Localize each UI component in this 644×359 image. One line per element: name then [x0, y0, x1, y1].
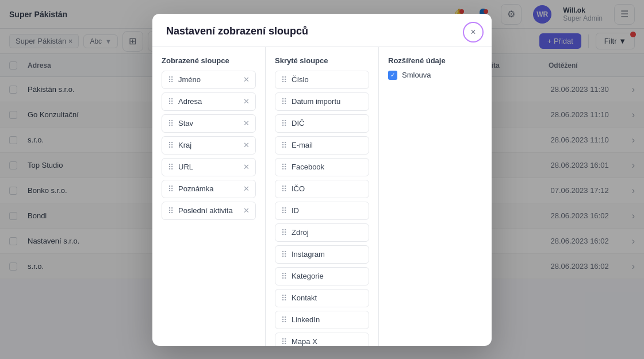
- drag-handle-icon: ⠿: [168, 97, 174, 106]
- checkbox-smlouva[interactable]: ✓: [388, 71, 397, 80]
- displayed-col-url[interactable]: ⠿ URL ✕: [162, 158, 256, 176]
- drag-handle-icon: ⠿: [168, 184, 174, 194]
- hidden-col-label: Facebook: [292, 163, 324, 171]
- displayed-col-label: Stav: [178, 119, 193, 128]
- remove-icon[interactable]: ✕: [243, 184, 250, 193]
- extended-item-smlouva[interactable]: ✓ Smlouva: [388, 71, 482, 80]
- displayed-col-label: Jméno: [178, 75, 201, 84]
- remove-icon[interactable]: ✕: [243, 141, 250, 149]
- hidden-col-label: Zdroj: [292, 228, 309, 237]
- displayed-col-jmeno[interactable]: ⠿ Jméno ✕: [162, 71, 256, 89]
- displayed-col-adresa[interactable]: ⠿ Adresa ✕: [162, 92, 256, 111]
- drag-handle-icon: ⠿: [281, 228, 287, 237]
- displayed-col-label: Poznámka: [178, 184, 213, 193]
- hidden-col-cislo[interactable]: ⠿ Číslo: [275, 71, 369, 89]
- displayed-col-label: Adresa: [178, 97, 202, 106]
- column-settings-modal: Nastavení zobrazení sloupců × Zobrazené …: [152, 14, 492, 346]
- drag-handle-icon: ⠿: [281, 294, 287, 303]
- hidden-col-label: Datum importu: [292, 97, 340, 106]
- displayed-col-label: URL: [178, 163, 193, 171]
- hidden-columns-section: Skryté sloupce ⠿ Číslo ⠿ Datum importu ⠿…: [266, 47, 379, 346]
- displayed-col-kraj[interactable]: ⠿ Kraj ✕: [162, 136, 256, 155]
- drag-handle-icon: ⠿: [281, 315, 287, 325]
- drag-handle-icon: ⠿: [281, 272, 287, 281]
- drag-handle-icon: ⠿: [281, 119, 287, 128]
- hidden-col-kategorie[interactable]: ⠿ Kategorie: [275, 267, 369, 285]
- hidden-col-label: ID: [292, 206, 299, 215]
- hidden-col-label: Kontakt: [292, 294, 317, 302]
- drag-handle-icon: ⠿: [168, 141, 174, 150]
- drag-handle-icon: ⠿: [281, 184, 287, 194]
- drag-handle-icon: ⠿: [281, 163, 287, 172]
- hidden-col-mapa-x[interactable]: ⠿ Mapa X: [275, 333, 369, 346]
- hidden-col-label: Instagram: [292, 250, 325, 258]
- remove-icon[interactable]: ✕: [243, 75, 250, 84]
- hidden-columns-title: Skryté sloupce: [275, 56, 369, 65]
- displayed-columns-section: Zobrazené sloupce ⠿ Jméno ✕ ⠿ Adresa ✕: [152, 47, 266, 346]
- drag-handle-icon: ⠿: [281, 206, 287, 215]
- modal-overlay: Nastavení zobrazení sloupců × Zobrazené …: [0, 0, 644, 359]
- remove-icon[interactable]: ✕: [243, 97, 250, 106]
- drag-handle-icon: ⠿: [281, 75, 287, 84]
- drag-handle-icon: ⠿: [168, 163, 174, 172]
- drag-handle-icon: ⠿: [168, 119, 174, 128]
- extended-info-title: Rozšířené údaje: [388, 56, 482, 65]
- hidden-col-dic[interactable]: ⠿ DIČ: [275, 114, 369, 133]
- hidden-col-label: Kategorie: [292, 272, 324, 280]
- drag-handle-icon: ⠿: [281, 97, 287, 106]
- hidden-col-datum-importu[interactable]: ⠿ Datum importu: [275, 92, 369, 111]
- drag-handle-icon: ⠿: [168, 75, 174, 84]
- drag-handle-icon: ⠿: [281, 337, 287, 346]
- displayed-col-stav[interactable]: ⠿ Stav ✕: [162, 114, 256, 133]
- remove-icon[interactable]: ✕: [243, 206, 250, 215]
- displayed-col-label: Poslední aktivita: [178, 206, 233, 215]
- hidden-col-label: E-mail: [292, 141, 313, 149]
- hidden-col-id[interactable]: ⠿ ID: [275, 202, 369, 220]
- hidden-col-email[interactable]: ⠿ E-mail: [275, 136, 369, 155]
- hidden-col-zdroj[interactable]: ⠿ Zdroj: [275, 223, 369, 242]
- hidden-col-label: DIČ: [292, 119, 304, 128]
- modal-body: Zobrazené sloupce ⠿ Jméno ✕ ⠿ Adresa ✕: [152, 47, 492, 346]
- extended-item-label: Smlouva: [402, 71, 431, 79]
- hidden-col-label: Mapa X: [292, 337, 317, 346]
- modal-title: Nastavení zobrazení sloupců: [166, 25, 478, 37]
- displayed-col-poznamka[interactable]: ⠿ Poznámka ✕: [162, 180, 256, 198]
- displayed-col-label: Kraj: [178, 141, 191, 149]
- modal-header: Nastavení zobrazení sloupců ×: [152, 14, 492, 47]
- hidden-col-label: IČO: [292, 184, 305, 193]
- drag-handle-icon: ⠿: [281, 141, 287, 150]
- close-button[interactable]: ×: [463, 22, 484, 43]
- displayed-columns-title: Zobrazené sloupce: [162, 56, 256, 65]
- hidden-col-facebook[interactable]: ⠿ Facebook: [275, 158, 369, 176]
- remove-icon[interactable]: ✕: [243, 163, 250, 171]
- hidden-col-linkedin[interactable]: ⠿ LinkedIn: [275, 311, 369, 329]
- drag-handle-icon: ⠿: [281, 250, 287, 259]
- remove-icon[interactable]: ✕: [243, 119, 250, 128]
- extended-info-section: Rozšířené údaje ✓ Smlouva: [379, 47, 492, 346]
- hidden-col-instagram[interactable]: ⠿ Instagram: [275, 245, 369, 264]
- hidden-col-label: LinkedIn: [292, 315, 320, 324]
- hidden-col-label: Číslo: [292, 75, 309, 84]
- hidden-col-kontakt[interactable]: ⠿ Kontakt: [275, 289, 369, 307]
- hidden-col-ico[interactable]: ⠿ IČO: [275, 180, 369, 198]
- displayed-col-posledni-aktivita[interactable]: ⠿ Poslední aktivita ✕: [162, 202, 256, 220]
- drag-handle-icon: ⠿: [168, 206, 174, 215]
